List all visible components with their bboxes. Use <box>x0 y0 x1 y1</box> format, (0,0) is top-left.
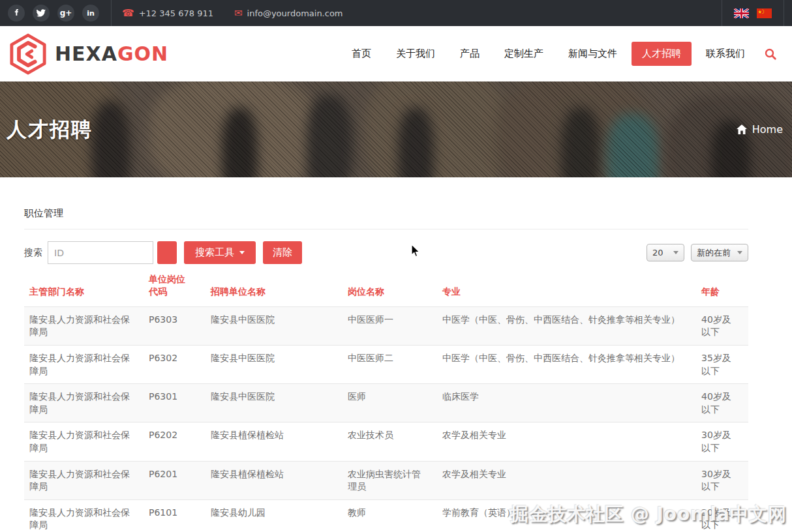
table-cell: 学前教育（英语） <box>437 499 696 532</box>
caret-down-icon <box>673 251 678 254</box>
sort-order-select[interactable]: 新的在前 <box>691 244 748 261</box>
table-cell: P6201 <box>144 461 206 499</box>
caret-down-icon <box>239 251 245 254</box>
nav-item-4[interactable]: 新闻与文件 <box>558 42 628 66</box>
table-cell: P6302 <box>144 345 206 383</box>
table-cell: 隆安县中医医院 <box>206 345 343 383</box>
nav-item-0[interactable]: 首页 <box>341 42 382 66</box>
email-contact: ✉ info@yourdomain.com <box>224 7 354 19</box>
nav-item-3[interactable]: 定制生产 <box>494 42 554 66</box>
table-cell: 40岁及以下 <box>696 384 748 422</box>
search-label: 搜索 <box>24 247 42 259</box>
column-header[interactable]: 主管部门名称 <box>24 267 144 306</box>
table-cell: 中医医师二 <box>343 345 437 383</box>
search-input[interactable] <box>48 241 153 264</box>
table-cell: 医师 <box>343 384 437 422</box>
search-toolbar: 搜索 搜索工具 清除 20 新的在前 <box>24 241 748 264</box>
nav-item-5[interactable]: 人才招聘 <box>632 42 692 66</box>
hexagon-logo-icon <box>9 33 47 75</box>
table-header-row: 主管部门名称单位岗位代码招聘单位名称岗位名称专业年龄 <box>24 267 748 306</box>
phone-number: +12 345 678 911 <box>139 8 213 18</box>
table-row: 隆安县人力资源和社会保障局P6301隆安县中医医院医师临床医学40岁及以下 <box>24 384 748 422</box>
table-cell: 隆安县人力资源和社会保障局 <box>24 384 144 422</box>
table-cell: 隆安县幼儿园 <box>206 499 343 532</box>
clear-button[interactable]: 清除 <box>263 241 302 264</box>
table-cell: 农业病虫害统计管理员 <box>343 461 437 499</box>
table-cell: 隆安县人力资源和社会保障局 <box>24 345 144 383</box>
job-table-body: 隆安县人力资源和社会保障局P6303隆安县中医医院中医医师一中医学（中医、骨伤、… <box>24 306 748 532</box>
table-cell: P6301 <box>144 384 206 422</box>
table-cell: 农学及相关专业 <box>437 461 696 499</box>
table-cell: 隆安县人力资源和社会保障局 <box>24 499 144 532</box>
table-cell: 中医医师一 <box>343 306 437 345</box>
table-row: 隆安县人力资源和社会保障局P6201隆安县植保植检站农业病虫害统计管理员农学及相… <box>24 461 748 499</box>
search-icon[interactable] <box>765 48 776 60</box>
breadcrumb: Home <box>737 123 783 136</box>
table-cell: 30岁及以下 <box>696 422 748 461</box>
table-row: 隆安县人力资源和社会保障局P6101隆安县幼儿园教师学前教育（英语）30岁及以下 <box>24 499 748 532</box>
table-cell: 临床医学 <box>437 384 696 422</box>
logo-text: HEXAGON <box>55 42 168 65</box>
table-cell: 30岁及以下 <box>696 461 748 499</box>
site-header: HEXAGON 首页关于我们产品定制生产新闻与文件人才招聘联系我们 <box>0 26 792 81</box>
main-nav: 首页关于我们产品定制生产新闻与文件人才招聘联系我们 <box>341 42 755 66</box>
table-cell: 隆安县植保植检站 <box>206 422 343 461</box>
twitter-icon[interactable] <box>33 5 50 22</box>
table-cell: 中医学（中医、骨伤、中西医结合、针灸推拿等相关专业） <box>437 345 696 383</box>
page-title: 人才招聘 <box>7 116 93 143</box>
column-header[interactable]: 岗位名称 <box>343 267 437 306</box>
email-address: info@yourdomain.com <box>247 8 343 18</box>
table-cell: 35岁及以下 <box>696 345 748 383</box>
column-header[interactable]: 招聘单位名称 <box>206 267 343 306</box>
facebook-icon[interactable] <box>8 5 25 22</box>
search-tools-button[interactable]: 搜索工具 <box>184 241 256 264</box>
caret-down-icon <box>737 251 742 254</box>
table-cell: 农学及相关专业 <box>437 422 696 461</box>
phone-icon: ☎ <box>122 7 134 19</box>
search-submit-button[interactable] <box>157 241 177 264</box>
divider <box>784 0 784 26</box>
table-row: 隆安县人力资源和社会保障局P6303隆安县中医医院中医医师一中医学（中医、骨伤、… <box>24 306 748 345</box>
table-cell: 中医学（中医、骨伤、中西医结合、针灸推拿等相关专业） <box>437 306 696 345</box>
table-cell: P6101 <box>144 499 206 532</box>
language-switcher <box>722 0 784 26</box>
hexagon-logo[interactable]: HEXAGON <box>9 33 168 75</box>
section-title: 职位管理 <box>24 207 748 229</box>
table-cell: 隆安县人力资源和社会保障局 <box>24 306 144 345</box>
phone-contact: ☎ +12 345 678 911 <box>112 7 224 19</box>
table-cell: 隆安县中医医院 <box>206 384 343 422</box>
table-cell: 隆安县植保植检站 <box>206 461 343 499</box>
table-cell: 教师 <box>343 499 437 532</box>
table-row: 隆安县人力资源和社会保障局P6302隆安县中医医院中医医师二中医学（中医、骨伤、… <box>24 345 748 383</box>
uk-flag-icon[interactable] <box>734 8 749 18</box>
column-header[interactable]: 年龄 <box>696 267 748 306</box>
google-plus-icon[interactable]: g+ <box>57 5 74 22</box>
nav-item-1[interactable]: 关于我们 <box>386 42 446 66</box>
table-cell: 隆安县人力资源和社会保障局 <box>24 422 144 461</box>
top-bar: g+in ☎ +12 345 678 911 ✉ info@yourdomain… <box>0 0 792 26</box>
linkedin-icon[interactable]: in <box>82 5 99 22</box>
column-header[interactable]: 专业 <box>437 267 696 306</box>
jobs-table: 主管部门名称单位岗位代码招聘单位名称岗位名称专业年龄 隆安县人力资源和社会保障局… <box>24 267 748 532</box>
nav-item-2[interactable]: 产品 <box>449 42 490 66</box>
breadcrumb-home-link[interactable]: Home <box>752 123 783 136</box>
nav-item-6[interactable]: 联系我们 <box>695 42 755 66</box>
column-header[interactable]: 单位岗位代码 <box>144 267 206 306</box>
main-content: 职位管理 搜索 搜索工具 清除 20 新的在前 主管部门名称单位岗位代码招聘单位… <box>0 177 792 532</box>
table-cell: 30岁及以下 <box>696 499 748 532</box>
table-cell: P6303 <box>144 306 206 345</box>
page-banner: 人才招聘 Home <box>0 81 792 177</box>
home-icon <box>737 125 747 134</box>
social-links: g+in <box>8 5 111 22</box>
china-flag-icon[interactable] <box>757 8 772 18</box>
table-cell: 隆安县人力资源和社会保障局 <box>24 461 144 499</box>
page-size-select[interactable]: 20 <box>647 244 684 261</box>
table-cell: 农业技术员 <box>343 422 437 461</box>
table-cell: 40岁及以下 <box>696 306 748 345</box>
mail-icon: ✉ <box>234 7 243 19</box>
table-row: 隆安县人力资源和社会保障局P6202隆安县植保植检站农业技术员农学及相关专业30… <box>24 422 748 461</box>
table-cell: 隆安县中医医院 <box>206 306 343 345</box>
table-cell: P6202 <box>144 422 206 461</box>
